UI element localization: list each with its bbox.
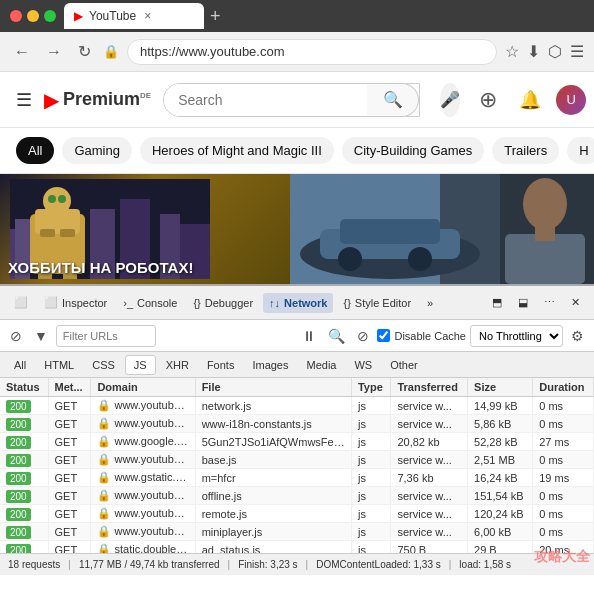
network-tab[interactable]: ↑↓ Network (263, 293, 333, 313)
url-input[interactable] (127, 39, 497, 65)
size-cell: 120,24 kB (468, 505, 533, 523)
extensions-button[interactable]: ⬡ (548, 42, 562, 61)
table-row[interactable]: 200 GET 🔒 www.gstatic.com m=hfcr js 7,36… (0, 469, 594, 487)
style-editor-icon: {} (343, 297, 350, 309)
menu-button[interactable]: ☰ (570, 42, 584, 61)
table-row[interactable]: 200 GET 🔒 www.youtube.com miniplayer.js … (0, 523, 594, 541)
devtools-inspect-button[interactable]: ⬜ (8, 292, 34, 313)
console-tab[interactable]: ›_ Console (117, 293, 183, 313)
category-more[interactable]: H (567, 137, 594, 164)
net-tab-all[interactable]: All (6, 356, 34, 374)
close-devtools-button[interactable]: ✕ (565, 292, 586, 313)
table-row[interactable]: 200 GET 🔒 www.youtube.com remote.js js s… (0, 505, 594, 523)
bookmark-button[interactable]: ☆ (505, 42, 519, 61)
col-method[interactable]: Met... (48, 378, 91, 397)
disable-cache-label[interactable]: Disable Cache (377, 329, 466, 342)
network-settings-button[interactable]: ⚙ (567, 326, 588, 346)
search-button[interactable]: 🔍 (367, 83, 419, 117)
clear-network-button[interactable]: ⊘ (6, 326, 26, 346)
net-tab-media[interactable]: Media (298, 356, 344, 374)
transferred-cell: service w... (391, 505, 468, 523)
search-network-button[interactable]: 🔍 (324, 326, 349, 346)
table-row[interactable]: 200 GET 🔒 static.doubleclick.net ad_stat… (0, 541, 594, 554)
net-tab-css[interactable]: CSS (84, 356, 123, 374)
net-tab-xhr[interactable]: XHR (158, 356, 197, 374)
type-cell: js (351, 397, 390, 415)
maximize-window-button[interactable] (44, 10, 56, 22)
transferred-cell: service w... (391, 523, 468, 541)
net-tab-fonts[interactable]: Fonts (199, 356, 243, 374)
status-cell: 200 (0, 451, 48, 469)
more-tools-button[interactable]: » (421, 293, 439, 313)
close-window-button[interactable] (10, 10, 22, 22)
col-type[interactable]: Type (351, 378, 390, 397)
filter-urls-input[interactable] (56, 325, 156, 347)
block-button[interactable]: ⊘ (353, 326, 373, 346)
table-row[interactable]: 200 GET 🔒 www.youtube.com network.js js … (0, 397, 594, 415)
avatar[interactable]: U (556, 85, 586, 115)
svg-point-10 (48, 195, 56, 203)
style-editor-tab[interactable]: {} Style Editor (337, 293, 417, 313)
category-trailers[interactable]: Trailers (492, 137, 559, 164)
svg-rect-25 (505, 234, 585, 284)
refresh-button[interactable]: ↻ (74, 38, 95, 65)
upload-button[interactable]: ⊕ (472, 84, 504, 116)
duration-cell: 0 ms (533, 415, 594, 433)
table-row[interactable]: 200 GET 🔒 www.youtube.com base.js js ser… (0, 451, 594, 469)
dock-button[interactable]: ⬒ (486, 292, 508, 313)
duration-cell: 0 ms (533, 505, 594, 523)
table-row[interactable]: 200 GET 🔒 www.youtube.com www-i18n-const… (0, 415, 594, 433)
category-gaming[interactable]: Gaming (62, 137, 132, 164)
file-cell: network.js (195, 397, 351, 415)
youtube-icon: ▶ (44, 88, 59, 112)
pause-button[interactable]: ⏸ (298, 326, 320, 346)
net-tab-other[interactable]: Other (382, 356, 426, 374)
net-tab-js[interactable]: JS (125, 355, 156, 375)
net-tab-html[interactable]: HTML (36, 356, 82, 374)
domain-cell: 🔒 www.youtube.com (91, 415, 195, 433)
active-tab[interactable]: ▶ YouTube × (64, 3, 204, 29)
minimize-window-button[interactable] (27, 10, 39, 22)
category-city[interactable]: City-Building Games (342, 137, 485, 164)
mic-button[interactable]: 🎤 (440, 83, 460, 117)
inspector-tab[interactable]: ⬜ Inspector (38, 292, 113, 313)
devtools-more-button[interactable]: ⋯ (538, 292, 561, 313)
forward-button[interactable]: → (42, 39, 66, 65)
col-size[interactable]: Size (468, 378, 533, 397)
duration-cell: 0 ms (533, 523, 594, 541)
debugger-tab[interactable]: {} Debugger (187, 293, 259, 313)
thumbnail-right[interactable] (290, 174, 594, 284)
col-duration[interactable]: Duration (533, 378, 594, 397)
status-cell: 200 (0, 541, 48, 554)
dom-content-loaded: DOMContentLoaded: 1,33 s (316, 559, 441, 570)
col-domain[interactable]: Domain (91, 378, 195, 397)
disable-cache-checkbox[interactable] (377, 329, 390, 342)
table-row[interactable]: 200 GET 🔒 www.youtube.com offline.js js … (0, 487, 594, 505)
hamburger-menu-button[interactable]: ☰ (16, 89, 32, 111)
notifications-button[interactable]: 🔔 (514, 84, 546, 116)
tab-close-button[interactable]: × (142, 9, 153, 23)
col-file[interactable]: File (195, 378, 351, 397)
category-heroes[interactable]: Heroes of Might and Magic III (140, 137, 334, 164)
net-tab-ws[interactable]: WS (346, 356, 380, 374)
col-status[interactable]: Status (0, 378, 48, 397)
devtools-statusbar: 18 requests | 11,77 MB / 49,74 kb transf… (0, 553, 594, 575)
net-tab-images[interactable]: Images (244, 356, 296, 374)
search-input[interactable] (164, 84, 367, 116)
download-button[interactable]: ⬇ (527, 42, 540, 61)
filter-network-button[interactable]: ▼ (30, 326, 52, 346)
throttle-select[interactable]: No Throttling (470, 325, 563, 347)
domain-cell: 🔒 www.youtube.com (91, 487, 195, 505)
youtube-search-bar: 🔍 (163, 83, 420, 117)
transferred-cell: 20,82 kb (391, 433, 468, 451)
col-transferred[interactable]: Transferred (391, 378, 468, 397)
transferred-cell: 7,36 kb (391, 469, 468, 487)
network-table-container[interactable]: Status Met... Domain File Type Transferr… (0, 378, 594, 553)
category-all[interactable]: All (16, 137, 54, 164)
undock-button[interactable]: ⬓ (512, 292, 534, 313)
table-row[interactable]: 200 GET 🔒 www.google.com 5Gun2TJSo1iAfQW… (0, 433, 594, 451)
back-button[interactable]: ← (10, 39, 34, 65)
status-cell: 200 (0, 487, 48, 505)
thumbnail-left[interactable]: ХОББИТЫ НА РОБОТАХ! (0, 174, 290, 284)
new-tab-button[interactable]: + (210, 7, 221, 25)
